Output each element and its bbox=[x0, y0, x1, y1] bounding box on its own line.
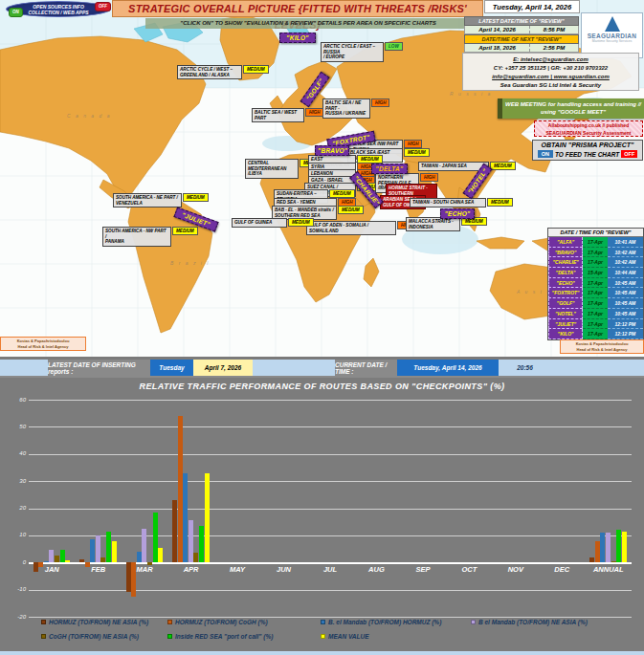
y-axis-tick: 30 bbox=[7, 478, 26, 484]
legend-swatch bbox=[167, 634, 172, 639]
schedule-row[interactable]: "DELTA"15-Apr10:44 AM bbox=[548, 268, 643, 278]
schedule-row[interactable]: "FOXTROT"17-Apr10:45 AM bbox=[548, 288, 643, 298]
schedule-time: 10:45 AM bbox=[608, 298, 643, 309]
schedule-date: 17-Apr bbox=[583, 309, 607, 319]
published-notice[interactable]: Allaboutshipping.co.uk // published SEAG… bbox=[534, 120, 643, 137]
inserting-day: Tuesday bbox=[150, 360, 193, 376]
schedule-time: 10:45 AM bbox=[608, 309, 643, 319]
risk-level-chip: MEDIUM bbox=[338, 206, 364, 214]
schedule-row[interactable]: "ECHO"17-Apr10:45 AM bbox=[548, 278, 643, 289]
next-review-header: DATE/TIME OF NEXT "REVIEW" bbox=[464, 34, 579, 44]
legend-item: HORMUZ (TO/FROM) CoGH (%) bbox=[167, 619, 268, 625]
on-toggle[interactable]: ON bbox=[9, 8, 23, 17]
schedule-area-name[interactable]: "BRAVO" bbox=[548, 248, 583, 258]
chart-bar bbox=[199, 526, 204, 562]
x-axis-label: SEP bbox=[400, 565, 446, 574]
region-label: ARCTIC CYCLE / EAST – RUSSIA / EUROPELOW bbox=[321, 42, 403, 62]
schedule-date: 15-Apr bbox=[583, 268, 607, 278]
x-axis-label: DEC bbox=[539, 565, 585, 574]
schedule-area-name[interactable]: "ALFA" bbox=[548, 237, 583, 248]
off-toggle[interactable]: OFF bbox=[95, 2, 111, 11]
schedule-area-name[interactable]: "HOTEL" bbox=[548, 309, 583, 319]
legend-item: HORMUZ (TO/FROM) NE ASIA (%) bbox=[41, 619, 148, 625]
schedule-row[interactable]: "KILO"17-Apr12:12 PM bbox=[548, 329, 643, 339]
risk-level-chip: HIGH bbox=[420, 173, 438, 182]
risk-level-chip: MEDIUM bbox=[288, 218, 314, 227]
chart-bar bbox=[205, 473, 210, 563]
schedule-date: 17-Apr bbox=[583, 298, 607, 309]
geo-name-label: R u s s i a bbox=[450, 91, 492, 97]
gridline bbox=[29, 509, 632, 510]
contact-email[interactable]: E: intelsec@sguardian.com bbox=[463, 55, 638, 64]
region-label-box: SOUTH AMERICA - NW PART / PANAMA bbox=[102, 227, 171, 247]
chart-bar bbox=[158, 548, 163, 562]
schedule-row[interactable]: "HOTEL"17-Apr10:45 AM bbox=[548, 309, 643, 319]
legend-swatch bbox=[167, 620, 172, 624]
current-time: 20:56 bbox=[499, 360, 551, 376]
schedule-row[interactable]: "GOLF"17-Apr10:45 AM bbox=[548, 298, 643, 309]
open-sources-toggle[interactable]: OPEN SOURCES INFO COLLECTION / WEB APPS … bbox=[6, 1, 111, 17]
current-date: Tuesday, April 14, 2026 bbox=[397, 360, 499, 376]
legend-item: B el Mandab (TO/FROM) NE ASIA (%) bbox=[471, 619, 588, 625]
risk-level-chip: LOW bbox=[385, 42, 403, 51]
chart-bar bbox=[44, 561, 49, 562]
region-label-box: BALTIC SEA / NE PART - RUSSIA / UKRAINE bbox=[322, 98, 370, 119]
schedule-date: 17-Apr bbox=[583, 257, 607, 268]
traffic-chart-panel: RELATIVE TRAFFIC PERFORMANCE OF ROUTES B… bbox=[0, 378, 644, 655]
gridline bbox=[29, 617, 632, 618]
prisma-on-button[interactable]: ON bbox=[538, 150, 553, 158]
web-meeting-banner[interactable]: WEB MEETING for handling access and trai… bbox=[498, 98, 644, 119]
x-axis-label: APR bbox=[167, 565, 213, 574]
risk-level-chip: MEDIUM bbox=[183, 193, 209, 202]
schedule-row[interactable]: "JULIET"17-Apr12:12 PM bbox=[548, 319, 643, 330]
schedule-row[interactable]: "CHARLIE"17-Apr10:42 AM bbox=[548, 257, 643, 268]
region-label: SOUTH AMERICA - NW PART / PANAMAMEDIUM bbox=[102, 227, 198, 247]
region-label-box: ARCTIC CYCLE / EAST – RUSSIA / EUROPE bbox=[321, 42, 384, 62]
area-codename-echo[interactable]: "ECHO" bbox=[440, 208, 475, 219]
schedule-area-name[interactable]: "ECHO" bbox=[548, 278, 583, 289]
schedule-time: 10:41 AM bbox=[608, 237, 643, 248]
schedule-area-name[interactable]: "CHARLIE" bbox=[548, 257, 583, 268]
chart-bar bbox=[96, 535, 100, 562]
contact-company: Sea Guardian SG Ltd Intel & Security bbox=[463, 81, 638, 90]
region-label-box: TAIWAN - SOUTH CHINA SEA bbox=[410, 198, 486, 207]
schedule-row[interactable]: "BRAVO"17-Apr10:42 AM bbox=[548, 248, 643, 258]
area-codename-bravo[interactable]: "BRAVO" bbox=[315, 145, 349, 156]
legend-label: MEAN VALUE bbox=[328, 633, 369, 640]
schedule-time: 10:45 AM bbox=[608, 278, 643, 289]
region-label: GULF OF GUINEAMEDIUM bbox=[232, 218, 314, 228]
schedule-area-name[interactable]: "GOLF" bbox=[548, 298, 583, 309]
y-axis-tick: 40 bbox=[7, 450, 26, 456]
header-date: Tuesday, April 14, 2026 bbox=[484, 0, 580, 13]
latest-review-time: 8:56 PM bbox=[530, 26, 578, 33]
chart-bar bbox=[55, 556, 59, 562]
sail-icon bbox=[605, 16, 620, 32]
legend-label: B. el Mandab (TO/FROM) HORMUZ (%) bbox=[328, 619, 441, 625]
prisma-off-button[interactable]: OFF bbox=[621, 150, 637, 158]
schedule-area-name[interactable]: "FOXTROT" bbox=[548, 288, 583, 298]
schedule-time: 12:12 PM bbox=[608, 319, 643, 330]
chart-bar bbox=[611, 561, 616, 562]
area-codename-delta[interactable]: "DELTA" bbox=[371, 164, 408, 174]
contact-box: E: intelsec@sguardian.com CY: +357 25 35… bbox=[462, 53, 639, 91]
risk-level-chip: MEDIUM bbox=[172, 227, 198, 235]
chart-bar bbox=[90, 539, 95, 562]
schedule-time: 10:44 AM bbox=[608, 268, 643, 278]
y-axis-tick: 60 bbox=[7, 397, 26, 403]
x-axis-label: FEB bbox=[75, 565, 121, 574]
schedule-area-name[interactable]: "JULIET" bbox=[548, 319, 583, 330]
area-codename-kilo[interactable]: "KILO" bbox=[279, 33, 316, 43]
schedule-area-name[interactable]: "DELTA" bbox=[548, 268, 583, 278]
x-axis-label: MAR bbox=[122, 565, 167, 574]
contact-web[interactable]: info@sguardian.com | www.sguardian.com bbox=[463, 73, 638, 81]
credit-left: Kostas & Papachristodoulou Head of Risk … bbox=[0, 337, 86, 351]
review-schedule-table: DATE / TIME FOR "REVIEW" "ALFA"17-Apr10:… bbox=[547, 228, 644, 340]
risk-level-chip: MEDIUM bbox=[404, 148, 430, 157]
x-axis-label: OCT bbox=[446, 565, 492, 574]
credit-right: Kostas & Papachristodoulou Head of Risk … bbox=[560, 339, 644, 354]
region-label: TAIWAN - JAPAN SEAMEDIUM bbox=[418, 162, 516, 171]
schedule-area-name[interactable]: "KILO" bbox=[548, 329, 583, 339]
legend-label: CoGH (TO/FROM) NE ASIA (%) bbox=[49, 633, 139, 640]
schedule-row[interactable]: "ALFA"17-Apr10:41 AM bbox=[548, 237, 643, 248]
gridline bbox=[29, 481, 632, 482]
